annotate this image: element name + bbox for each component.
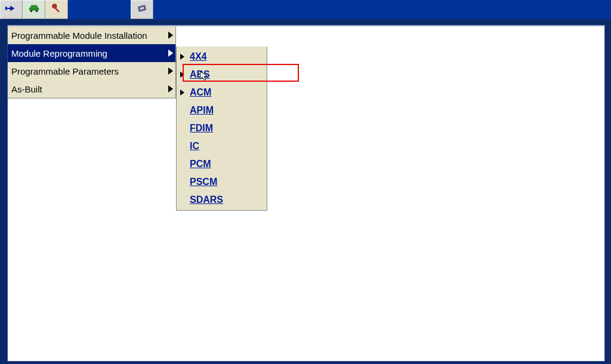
submenu-item-label: FDIM: [190, 123, 213, 134]
submenu-item-pcm[interactable]: PCM: [177, 155, 267, 173]
svg-rect-0: [5, 7, 7, 10]
menu-item-pmi[interactable]: Programmable Module Installation: [8, 26, 175, 44]
titlebar: [0, 0, 611, 19]
submenu-item-4x4[interactable]: 4X4: [177, 48, 267, 66]
main-menu: Programmable Module Installation Module …: [8, 26, 176, 98]
arrow-right-icon: [168, 85, 173, 92]
submenu-item-ic[interactable]: IC: [177, 137, 267, 155]
menu-item-module-reprogramming[interactable]: Module Reprogramming: [8, 44, 175, 62]
svg-point-4: [53, 4, 57, 8]
submenu-item-label: 4X4: [190, 51, 206, 62]
menu-item-programmable-parameters[interactable]: Programmable Parameters: [8, 62, 175, 80]
chip-icon: [135, 2, 149, 17]
arrow-right-icon: [168, 67, 173, 75]
arrow-right-icon: [168, 50, 173, 57]
app-window: Programmable Module Installation Module …: [0, 0, 611, 364]
menu-item-label: As-Built: [11, 84, 42, 94]
submenu-item-label: APIM: [190, 105, 214, 116]
plug-icon: [5, 2, 18, 17]
content-area: Programmable Module Installation Module …: [7, 25, 605, 362]
submenu-item-sdars[interactable]: SDARS: [177, 191, 267, 209]
submenu-item-label: ABS: [190, 69, 210, 80]
submenu-item-pscm[interactable]: PSCM: [177, 173, 267, 191]
svg-point-3: [36, 10, 38, 13]
module-tool[interactable]: [131, 0, 153, 19]
key-tool[interactable]: [45, 0, 68, 19]
car-icon: [27, 2, 41, 17]
toolbar-left: [0, 0, 68, 19]
submenu-item-label: IC: [190, 141, 199, 152]
menu-item-label: Module Reprogramming: [11, 48, 107, 58]
arrow-right-icon: [180, 90, 184, 95]
arrow-right-icon: [180, 54, 184, 60]
toolbar-right: [131, 0, 153, 19]
menu-item-label: Programmable Module Installation: [11, 30, 147, 41]
submenu-item-abs[interactable]: ABS: [177, 66, 267, 84]
submenu-item-label: PCM: [190, 159, 211, 169]
submenu-item-label: ACM: [190, 87, 211, 98]
svg-rect-1: [29, 7, 39, 11]
submenu-item-label: PSCM: [190, 177, 217, 187]
submenu-item-label: SDARS: [190, 195, 223, 205]
menu-item-as-built[interactable]: As-Built: [8, 80, 175, 98]
menu-item-label: Programmable Parameters: [11, 66, 119, 76]
submenu-item-acm[interactable]: ACM: [177, 84, 267, 101]
key-icon: [50, 2, 63, 17]
submenu-item-apim[interactable]: APIM: [177, 101, 267, 119]
vehicle-tool[interactable]: [23, 0, 45, 19]
submenu: 4X4 ABS ACM APIM FDIM IC PCM: [176, 47, 267, 211]
arrow-right-icon: [180, 72, 184, 78]
arrow-right-icon: [168, 32, 173, 39]
connector-tool[interactable]: [0, 0, 23, 19]
submenu-item-fdim[interactable]: FDIM: [177, 119, 267, 137]
svg-point-2: [30, 10, 33, 13]
